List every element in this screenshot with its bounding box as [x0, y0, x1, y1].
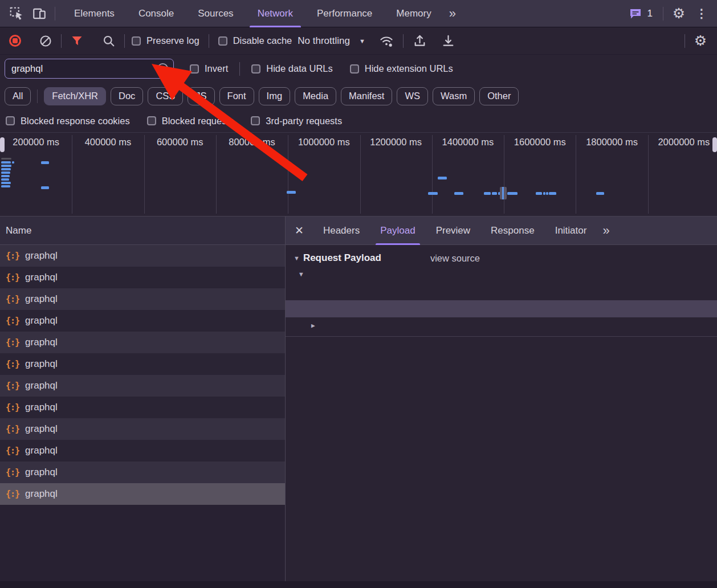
checkbox-box[interactable]: [190, 64, 199, 74]
checkbox-box[interactable]: [350, 64, 359, 74]
filter-chip-font[interactable]: Font: [219, 87, 254, 105]
details-tab-response[interactable]: Response: [480, 217, 545, 245]
request-row[interactable]: {:}graphql: [0, 375, 285, 397]
close-icon[interactable]: ✕: [295, 224, 304, 237]
filter-chip-wasm[interactable]: Wasm: [433, 87, 475, 105]
inspect-element-icon[interactable]: [8, 5, 25, 22]
filter-chip-media[interactable]: Media: [295, 87, 336, 105]
details-tab-initiator[interactable]: Initiator: [545, 217, 597, 245]
invert-checkbox[interactable]: Invert: [190, 63, 228, 74]
tab-performance[interactable]: Performance: [305, 0, 384, 27]
request-row[interactable]: {:}graphql: [0, 418, 285, 440]
checkbox-box[interactable]: [218, 36, 227, 46]
payload-preview-row[interactable]: ▼{operationName: "ipFlowTimeseries", var…: [286, 266, 717, 283]
more-tabs-icon[interactable]: »: [602, 223, 609, 238]
filter-chip-fetch-xhr[interactable]: Fetch/XHR: [44, 87, 106, 105]
checkbox-box[interactable]: [132, 36, 141, 46]
tab-elements[interactable]: Elements: [62, 0, 127, 27]
view-source-link[interactable]: view source: [430, 253, 480, 264]
filter-chip-js[interactable]: JS: [188, 87, 214, 105]
tab-network[interactable]: Network: [246, 0, 305, 27]
options-row: Blocked response cookiesBlocked requests…: [0, 109, 717, 132]
payload-row-operationname[interactable]: operationName: "ipFlowTimeseries": [286, 283, 717, 300]
request-row[interactable]: {:}graphql: [0, 440, 285, 462]
main-tab-strip: ElementsConsoleSourcesNetworkPerformance…: [62, 0, 456, 27]
clear-network-log-icon[interactable]: [37, 32, 54, 50]
fetch-xhr-icon: {:}: [6, 402, 19, 413]
request-row[interactable]: {:}graphql: [0, 353, 285, 375]
filter-input[interactable]: graphql: [5, 59, 174, 79]
more-menu-icon[interactable]: ⋮: [693, 5, 710, 22]
timeline-left-handle[interactable]: [0, 137, 5, 152]
issues-message-icon[interactable]: [627, 5, 644, 22]
network-conditions-icon[interactable]: [378, 32, 395, 50]
request-row[interactable]: {:}graphql: [0, 288, 285, 310]
checkbox-box[interactable]: [251, 116, 260, 125]
tab-sources[interactable]: Sources: [186, 0, 245, 27]
more-panels-icon[interactable]: »: [449, 6, 456, 21]
details-tab-headers[interactable]: Headers: [313, 217, 370, 245]
request-payload-section[interactable]: ▼ Request Payload view source: [294, 252, 717, 264]
filter-chip-manifest[interactable]: Manifest: [341, 87, 392, 105]
request-row[interactable]: {:}graphql: [0, 462, 285, 483]
network-settings-gear-icon[interactable]: ⚙: [692, 32, 709, 50]
device-toolbar-icon[interactable]: [31, 5, 48, 22]
checkbox-box[interactable]: [6, 116, 15, 125]
request-row[interactable]: {:}graphql: [0, 310, 285, 332]
filter-chip-ws[interactable]: WS: [397, 87, 428, 105]
throttling-dropdown[interactable]: No throttling ▼: [298, 35, 365, 47]
record-network-log-button[interactable]: [9, 35, 21, 47]
filter-input-value: graphql: [11, 63, 43, 74]
request-name: graphql: [25, 402, 58, 413]
checkbox-box[interactable]: [251, 64, 260, 74]
filter-chip-css[interactable]: CSS: [148, 87, 183, 105]
request-bar: [12, 161, 14, 164]
request-row[interactable]: {:}graphql: [0, 483, 285, 505]
preserve-log-checkbox[interactable]: Preserve log: [132, 35, 199, 46]
clear-filter-icon[interactable]: [157, 63, 169, 75]
filter-chip-all[interactable]: All: [5, 87, 31, 105]
hide-data-urls-checkbox[interactable]: Hide data URLs: [251, 63, 332, 74]
hide-extension-urls-checkbox[interactable]: Hide extension URLs: [350, 63, 453, 74]
filter-chip-img[interactable]: Img: [259, 87, 291, 105]
triangle-down-icon: ▼: [299, 266, 303, 283]
details-tab-payload[interactable]: Payload: [370, 217, 425, 245]
checkbox-box[interactable]: [147, 116, 156, 125]
request-row[interactable]: {:}graphql: [0, 397, 285, 418]
filter-chip-other[interactable]: Other: [479, 87, 519, 105]
issues-count[interactable]: 1: [647, 8, 653, 19]
request-row[interactable]: {:}graphql: [0, 332, 285, 353]
export-har-icon[interactable]: [440, 32, 457, 50]
import-har-icon[interactable]: [412, 32, 429, 50]
fetch-xhr-icon: {:}: [6, 251, 19, 261]
settings-gear-icon[interactable]: ⚙: [670, 5, 687, 22]
filter-funnel-icon[interactable]: [68, 32, 85, 50]
request-bar: [492, 192, 497, 195]
request-bar: [484, 192, 491, 195]
filter-chip-doc[interactable]: Doc: [111, 87, 143, 105]
timeline-tick-label: 2000000 ms: [648, 137, 717, 148]
payload-row-variables[interactable]: ▶variables: {accountTag: "b12e3b2192ee55…: [286, 317, 717, 334]
request-bar: [41, 161, 49, 164]
option-blocked-response-cookies-checkbox[interactable]: Blocked response cookies: [6, 116, 130, 126]
request-bar: [549, 192, 556, 195]
tab-console[interactable]: Console: [127, 0, 186, 27]
details-tab-preview[interactable]: Preview: [426, 217, 480, 245]
name-column-header[interactable]: Name: [0, 217, 285, 245]
request-row[interactable]: {:}graphql: [0, 267, 285, 288]
timeline-tick-label: 1000000 ms: [288, 137, 360, 148]
invert-label: Invert: [205, 63, 228, 74]
tab-memory[interactable]: Memory: [384, 0, 443, 27]
option-3rd-party-requests-checkbox[interactable]: 3rd-party requests: [251, 116, 342, 126]
request-row[interactable]: {:}graphql: [0, 245, 285, 267]
timeline-overview[interactable]: 200000 ms400000 ms600000 ms800000 ms1000…: [0, 132, 717, 217]
search-icon[interactable]: [100, 32, 117, 50]
timeline-tick-label: 1200000 ms: [360, 137, 432, 148]
network-split-view: Name {:}graphql{:}graphql{:}graphql{:}gr…: [0, 217, 717, 581]
fetch-xhr-icon: {:}: [6, 467, 19, 477]
timeline-tick-label: 1600000 ms: [504, 137, 576, 148]
payload-row-query-selected[interactable]: query: "query ipFlowTimeseries($accountT…: [286, 300, 717, 317]
timeline-right-handle[interactable]: [712, 137, 717, 152]
disable-cache-checkbox[interactable]: Disable cache: [218, 35, 292, 46]
option-blocked-requests-checkbox[interactable]: Blocked requests: [147, 116, 234, 126]
